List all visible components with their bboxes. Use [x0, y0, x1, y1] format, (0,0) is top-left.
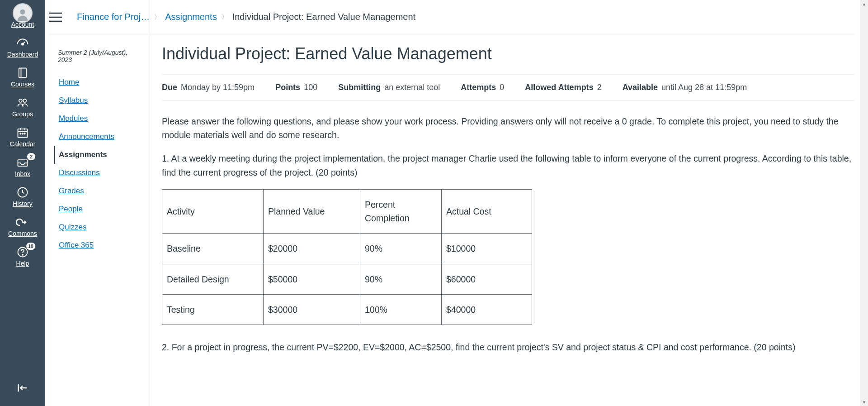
assignment-content: Please answer the following questions, a…	[162, 101, 854, 354]
meta-submitting: Submittingan external tool	[338, 83, 440, 92]
nav-groups[interactable]: Groups	[0, 91, 45, 121]
nav-courses-label: Courses	[11, 81, 34, 88]
gauge-icon	[16, 36, 29, 50]
inbox-badge: 2	[27, 153, 35, 160]
book-icon	[16, 66, 29, 80]
svg-point-3	[19, 99, 22, 102]
coursenav-people[interactable]: People	[54, 200, 141, 218]
hamburger-icon[interactable]	[49, 12, 62, 22]
nav-dashboard-label: Dashboard	[7, 51, 38, 58]
svg-point-4	[23, 99, 26, 102]
topbar: Finance for Proj… 〉 Assignments 〉 Indivi…	[49, 0, 854, 34]
table-row: Baseline $20000 90% $10000	[162, 234, 532, 264]
question-1: 1. At a weekly meeting during the projec…	[162, 152, 854, 179]
svg-point-6	[20, 133, 21, 134]
coursenav-office365[interactable]: Office 365	[54, 236, 141, 254]
page-title: Individual Project: Earned Value Managem…	[162, 44, 854, 63]
nav-help-label: Help	[16, 260, 29, 267]
nav-help[interactable]: 10 Help	[0, 241, 45, 271]
coursenav-syllabus[interactable]: Syllabus	[54, 91, 141, 110]
table-row: Testing $30000 100% $40000	[162, 294, 532, 325]
table-row: Detailed Design $50000 90% $60000	[162, 264, 532, 294]
nav-inbox[interactable]: 2 Inbox	[0, 151, 45, 181]
course-term: Summer 2 (July/August), 2023	[58, 49, 141, 63]
nav-inbox-label: Inbox	[15, 170, 30, 177]
meta-available: Availableuntil Aug 28 at 11:59pm	[623, 83, 747, 92]
global-nav: Account Dashboard Courses Groups Calenda…	[0, 0, 45, 406]
nav-commons-label: Commons	[8, 230, 37, 237]
meta-points: Points100	[275, 83, 317, 92]
course-nav: Summer 2 (July/August), 2023 Home Syllab…	[45, 0, 150, 406]
commons-icon	[16, 215, 29, 229]
help-badge: 10	[26, 243, 35, 250]
scroll-down-icon[interactable]: ▼	[860, 398, 868, 406]
th-actual-cost: Actual Cost	[442, 189, 532, 233]
assignment-meta: DueMonday by 11:59pm Points100 Submittin…	[162, 74, 854, 101]
nav-collapse[interactable]	[0, 379, 45, 396]
scrollbar[interactable]: ▲ ▼	[860, 0, 868, 406]
nav-history-label: History	[13, 200, 33, 207]
chevron-right-icon: 〉	[222, 13, 228, 21]
coursenav-quizzes[interactable]: Quizzes	[54, 218, 141, 236]
breadcrumb: Finance for Proj… 〉 Assignments 〉 Indivi…	[77, 12, 415, 22]
meta-attempts: Attempts0	[461, 83, 504, 92]
th-activity: Activity	[162, 189, 264, 233]
intro-paragraph: Please answer the following questions, a…	[162, 115, 854, 142]
progress-table: Activity Planned Value Percent Completio…	[162, 189, 532, 325]
th-planned-value: Planned Value	[264, 189, 360, 233]
breadcrumb-section[interactable]: Assignments	[165, 12, 217, 22]
meta-due: DueMonday by 11:59pm	[162, 83, 255, 92]
breadcrumb-current: Individual Project: Earned Value Managem…	[232, 12, 415, 22]
coursenav-modules[interactable]: Modules	[54, 110, 141, 128]
nav-groups-label: Groups	[12, 110, 33, 118]
coursenav-announcements[interactable]: Announcements	[54, 128, 141, 146]
avatar-icon	[13, 6, 33, 20]
nav-courses[interactable]: Courses	[0, 62, 45, 91]
nav-dashboard[interactable]: Dashboard	[0, 32, 45, 62]
svg-point-0	[20, 10, 25, 14]
svg-point-7	[22, 133, 23, 134]
nav-calendar-label: Calendar	[10, 140, 36, 148]
svg-rect-2	[19, 68, 26, 78]
breadcrumb-course[interactable]: Finance for Proj…	[77, 12, 150, 22]
main: Finance for Proj… 〉 Assignments 〉 Indivi…	[150, 0, 854, 406]
nav-account-label: Account	[11, 21, 34, 28]
nav-commons[interactable]: Commons	[0, 211, 45, 241]
chevron-right-icon: 〉	[154, 13, 160, 21]
coursenav-assignments[interactable]: Assignments	[54, 146, 141, 164]
nav-history[interactable]: History	[0, 181, 45, 211]
groups-icon	[16, 96, 29, 110]
svg-point-12	[22, 254, 23, 255]
table-header-row: Activity Planned Value Percent Completio…	[162, 189, 532, 233]
question-2: 2. For a project in progress, the curren…	[162, 340, 854, 354]
clock-icon	[16, 186, 29, 199]
coursenav-home[interactable]: Home	[54, 73, 141, 91]
coursenav-grades[interactable]: Grades	[54, 182, 141, 200]
th-percent-completion: Percent Completion	[360, 189, 442, 233]
nav-calendar[interactable]: Calendar	[0, 121, 45, 151]
calendar-icon	[16, 126, 29, 139]
scroll-up-icon[interactable]: ▲	[860, 0, 868, 8]
svg-point-8	[24, 133, 25, 134]
nav-account[interactable]: Account	[0, 2, 45, 32]
meta-allowed: Allowed Attempts2	[525, 83, 601, 92]
coursenav-discussions[interactable]: Discussions	[54, 164, 141, 182]
